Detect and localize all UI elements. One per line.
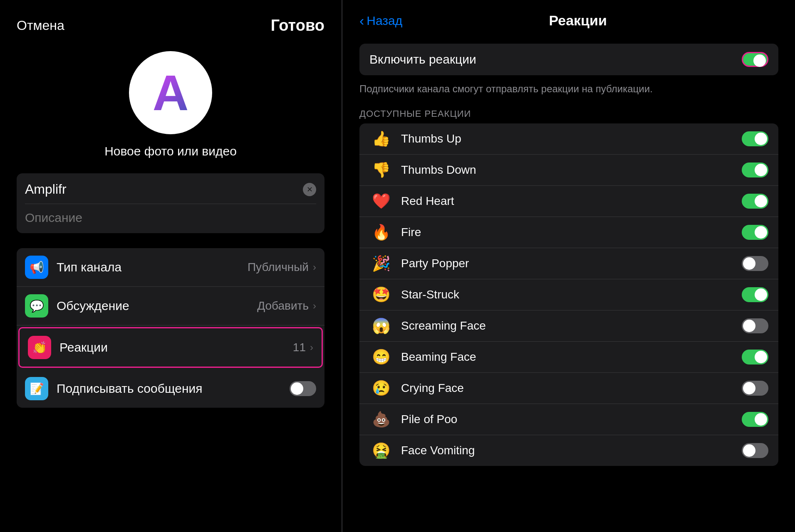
menu-icon-sign-messages: 📝	[25, 377, 48, 400]
chevron-icon-discussion: ›	[313, 300, 316, 312]
name-input[interactable]	[25, 182, 303, 197]
reaction-toggle-knob-7	[755, 351, 767, 363]
photo-label: Новое фото или видео	[104, 144, 237, 158]
reaction-toggle-knob-9	[755, 413, 767, 426]
back-chevron-icon: ‹	[359, 12, 364, 29]
reaction-name-9: Pile of Poo	[401, 413, 742, 426]
toggle-knob	[753, 54, 766, 67]
enable-reactions-label: Включить реакции	[369, 52, 476, 66]
reaction-toggle-9[interactable]	[742, 412, 768, 427]
reaction-name-4: Party Popper	[401, 257, 742, 270]
enable-reactions-row: Включить реакции	[359, 44, 778, 75]
menu-icon-channel-type: 📢	[25, 256, 48, 279]
reaction-toggle-knob-1	[755, 164, 767, 176]
menu-item-reactions[interactable]: 👏Реакции11›	[18, 327, 323, 368]
reaction-item-7: 😁Beaming Face	[359, 342, 778, 373]
menu-icon-discussion: 💬	[25, 294, 48, 318]
toggle-knob-sign-messages	[291, 382, 303, 395]
chevron-icon-reactions: ›	[310, 342, 313, 353]
reaction-toggle-2[interactable]	[742, 194, 768, 209]
reaction-toggle-3[interactable]	[742, 225, 768, 240]
reaction-name-5: Star-Struck	[401, 288, 742, 301]
reaction-item-8: 😢Crying Face	[359, 373, 778, 404]
reaction-emoji-8: 😢	[369, 379, 393, 397]
reaction-toggle-7[interactable]	[742, 350, 768, 365]
reaction-item-1: 👎Thumbs Down	[359, 155, 778, 186]
description-input[interactable]	[25, 204, 316, 225]
reaction-emoji-2: ❤️	[369, 192, 393, 210]
name-row: ✕	[25, 182, 316, 204]
reaction-item-4: 🎉Party Popper	[359, 248, 778, 279]
menu-value-discussion: Добавить	[257, 299, 309, 313]
reaction-emoji-7: 😁	[369, 348, 393, 366]
done-button[interactable]: Готово	[271, 17, 324, 34]
reaction-toggle-knob-2	[755, 195, 767, 207]
reaction-toggle-4[interactable]	[742, 256, 768, 271]
menu-item-discussion[interactable]: 💬ОбсуждениеДобавить›	[17, 287, 324, 325]
reaction-emoji-6: 😱	[369, 317, 393, 335]
menu-value-channel-type: Публичный	[248, 261, 309, 274]
right-panel: ‹ Назад Реакции Включить реакции Подписч…	[343, 0, 795, 532]
reaction-name-0: Thumbs Up	[401, 132, 742, 145]
reaction-emoji-9: 💩	[369, 411, 393, 428]
right-title: Реакции	[411, 12, 745, 29]
reaction-emoji-0: 👍	[369, 130, 393, 148]
menu-label-reactions: Реакции	[59, 340, 293, 355]
reaction-toggle-knob-6	[743, 320, 755, 332]
reaction-toggle-knob-8	[743, 382, 755, 394]
avatar-letter: A	[153, 64, 189, 121]
reaction-name-10: Face Vomiting	[401, 444, 742, 457]
reaction-emoji-4: 🎉	[369, 255, 393, 272]
menu-group: 📢Тип каналаПубличный›💬ОбсуждениеДобавить…	[17, 248, 324, 408]
reaction-name-3: Fire	[401, 226, 742, 239]
reaction-item-6: 😱Screaming Face	[359, 310, 778, 342]
input-area: ✕	[17, 173, 324, 233]
menu-item-channel-type[interactable]: 📢Тип каналаПубличный›	[17, 248, 324, 287]
reaction-item-9: 💩Pile of Poo	[359, 404, 778, 435]
reaction-emoji-3: 🔥	[369, 224, 393, 241]
reaction-name-2: Red Heart	[401, 195, 742, 208]
back-button[interactable]: ‹ Назад	[359, 12, 402, 29]
reaction-toggle-knob-0	[755, 133, 767, 145]
enable-reactions-desc: Подписчики канала смогут отправлять реак…	[359, 82, 778, 96]
reaction-emoji-10: 🤮	[369, 442, 393, 459]
reaction-toggle-knob-3	[755, 226, 767, 239]
reaction-toggle-knob-5	[755, 288, 767, 301]
reactions-section-title: ДОСТУПНЫЕ РЕАКЦИИ	[359, 108, 778, 119]
reaction-toggle-1[interactable]	[742, 163, 768, 177]
reaction-item-0: 👍Thumbs Up	[359, 123, 778, 155]
reaction-item-10: 🤮Face Vomiting	[359, 435, 778, 466]
reaction-item-3: 🔥Fire	[359, 217, 778, 248]
reaction-emoji-5: 🤩	[369, 286, 393, 303]
avatar[interactable]: A	[129, 51, 212, 134]
reaction-toggle-knob-10	[743, 444, 755, 457]
reactions-list: 👍Thumbs Up👎Thumbs Down❤️Red Heart🔥Fire🎉P…	[359, 123, 778, 466]
menu-label-channel-type: Тип канала	[57, 260, 248, 274]
reaction-name-7: Beaming Face	[401, 350, 742, 364]
enable-reactions-toggle[interactable]	[742, 52, 768, 67]
right-top-bar: ‹ Назад Реакции	[359, 12, 778, 29]
menu-label-discussion: Обсуждение	[57, 299, 257, 313]
reaction-name-1: Thumbs Down	[401, 163, 742, 177]
reaction-item-5: 🤩Star-Struck	[359, 279, 778, 310]
reaction-toggle-5[interactable]	[742, 287, 768, 302]
menu-item-sign-messages[interactable]: 📝Подписывать сообщения	[17, 369, 324, 408]
top-bar: Отмена Готово	[17, 17, 324, 34]
chevron-icon-channel-type: ›	[313, 261, 316, 273]
reaction-toggle-0[interactable]	[742, 131, 768, 146]
cancel-button[interactable]: Отмена	[17, 18, 64, 33]
reaction-name-6: Screaming Face	[401, 319, 742, 332]
reaction-toggle-6[interactable]	[742, 318, 768, 333]
reaction-toggle-8[interactable]	[742, 381, 768, 396]
left-panel: Отмена Готово A Новое фото или видео ✕ 📢…	[0, 0, 341, 532]
menu-icon-reactions: 👏	[28, 336, 51, 359]
toggle-sign-messages[interactable]	[290, 381, 316, 396]
reaction-toggle-knob-4	[743, 257, 755, 270]
reaction-item-2: ❤️Red Heart	[359, 186, 778, 217]
back-label: Назад	[367, 14, 402, 28]
menu-label-sign-messages: Подписывать сообщения	[57, 382, 290, 396]
reaction-name-8: Crying Face	[401, 382, 742, 395]
clear-icon[interactable]: ✕	[303, 183, 316, 196]
reaction-toggle-10[interactable]	[742, 443, 768, 458]
menu-value-reactions: 11	[293, 341, 306, 354]
